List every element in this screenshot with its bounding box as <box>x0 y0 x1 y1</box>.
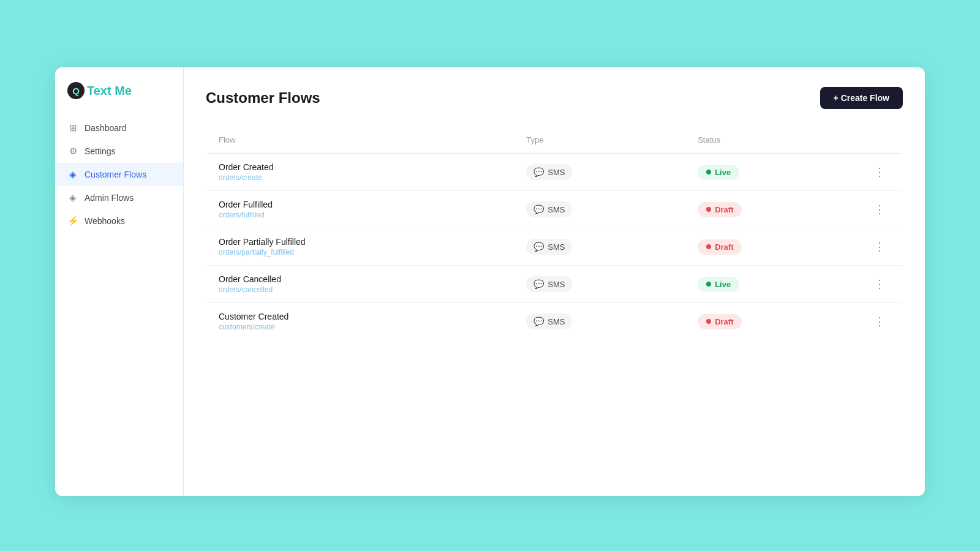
sidebar: Q Text Me ⊞ Dashboard ⚙ Settings ◈ Custo… <box>55 67 184 496</box>
type-cell: 💬 SMS <box>514 154 685 191</box>
table-row: Order Fulfilled orders/fulfilled 💬 SMS D… <box>206 191 903 228</box>
status-label: Draft <box>715 205 733 214</box>
type-badge: 💬 SMS <box>526 164 572 180</box>
type-label: SMS <box>548 168 565 177</box>
type-badge: 💬 SMS <box>526 201 572 217</box>
type-label: SMS <box>548 205 565 214</box>
type-badge: 💬 SMS <box>526 276 572 292</box>
status-badge: Draft <box>698 202 742 217</box>
status-dot <box>706 319 711 324</box>
table-row: Order Partially Fulfilled orders/partial… <box>206 228 903 266</box>
sidebar-item-webhooks[interactable]: ⚡ Webhooks <box>55 209 183 233</box>
sidebar-item-settings[interactable]: ⚙ Settings <box>55 140 183 163</box>
flows-table: Flow Type Status Order Created orders/cr… <box>206 126 903 340</box>
col-header-status: Status <box>685 127 857 154</box>
row-action-button[interactable]: ⋮ <box>869 312 890 331</box>
status-cell: Live <box>685 154 857 191</box>
sms-icon: 💬 <box>533 317 544 326</box>
logo-area: Q Text Me <box>55 82 183 116</box>
type-badge: 💬 SMS <box>526 313 572 329</box>
page-title: Customer Flows <box>206 89 320 107</box>
action-cell: ⋮ <box>857 228 903 266</box>
type-cell: 💬 SMS <box>514 266 685 303</box>
flow-path: customers/create <box>219 323 502 331</box>
table-row: Customer Created customers/create 💬 SMS … <box>206 303 903 340</box>
row-action-button[interactable]: ⋮ <box>869 238 890 256</box>
sidebar-item-label: Settings <box>85 146 116 156</box>
customer-flows-icon: ◈ <box>67 169 78 180</box>
dashboard-icon: ⊞ <box>67 122 78 133</box>
row-action-button[interactable]: ⋮ <box>869 200 890 219</box>
sidebar-item-customer-flows[interactable]: ◈ Customer Flows <box>55 163 183 186</box>
sms-icon: 💬 <box>533 204 544 214</box>
action-cell: ⋮ <box>857 303 903 340</box>
col-header-action <box>857 127 903 154</box>
action-cell: ⋮ <box>857 154 903 191</box>
type-cell: 💬 SMS <box>514 228 685 266</box>
type-label: SMS <box>548 317 565 326</box>
logo-text: Text Me <box>87 84 132 98</box>
type-label: SMS <box>548 280 565 289</box>
admin-flows-icon: ◈ <box>67 192 78 203</box>
table-row: Order Cancelled orders/cancelled 💬 SMS L… <box>206 266 903 303</box>
flow-path: orders/partially_fulfilled <box>219 248 502 257</box>
status-cell: Live <box>685 266 857 303</box>
status-label: Draft <box>715 242 733 252</box>
col-header-flow: Flow <box>206 127 514 154</box>
status-badge: Draft <box>698 314 742 329</box>
flow-path: orders/fulfilled <box>219 211 502 219</box>
status-cell: Draft <box>685 303 857 340</box>
sms-icon: 💬 <box>533 242 544 252</box>
type-cell: 💬 SMS <box>514 191 685 228</box>
create-flow-button[interactable]: + Create Flow <box>820 87 903 109</box>
type-badge: 💬 SMS <box>526 239 572 255</box>
action-cell: ⋮ <box>857 191 903 228</box>
flow-cell: Order Created orders/create <box>206 154 514 191</box>
status-dot <box>706 282 711 287</box>
status-badge: Live <box>698 165 739 180</box>
sidebar-item-admin-flows[interactable]: ◈ Admin Flows <box>55 186 183 209</box>
main-content: Customer Flows + Create Flow Flow Type S… <box>184 67 925 496</box>
status-dot <box>706 207 711 212</box>
flow-cell: Order Fulfilled orders/fulfilled <box>206 191 514 228</box>
status-cell: Draft <box>685 191 857 228</box>
status-label: Live <box>715 168 731 177</box>
sidebar-item-label: Customer Flows <box>85 170 146 179</box>
flow-path: orders/cancelled <box>219 285 502 294</box>
status-badge: Draft <box>698 239 742 255</box>
flow-path: orders/create <box>219 173 502 182</box>
main-header: Customer Flows + Create Flow <box>206 87 903 109</box>
flow-name: Order Partially Fulfilled <box>219 237 502 247</box>
sms-icon: 💬 <box>533 279 544 289</box>
sidebar-item-label: Dashboard <box>85 123 127 133</box>
table-row: Order Created orders/create 💬 SMS Live ⋮ <box>206 154 903 191</box>
flow-name: Order Fulfilled <box>219 200 502 209</box>
row-action-button[interactable]: ⋮ <box>869 163 890 181</box>
flow-cell: Order Cancelled orders/cancelled <box>206 266 514 303</box>
flow-name: Order Cancelled <box>219 274 502 284</box>
status-dot <box>706 170 711 174</box>
settings-icon: ⚙ <box>67 146 78 157</box>
status-cell: Draft <box>685 228 857 266</box>
flow-cell: Order Partially Fulfilled orders/partial… <box>206 228 514 266</box>
status-label: Draft <box>715 317 733 326</box>
flow-name: Order Created <box>219 162 502 172</box>
sidebar-item-dashboard[interactable]: ⊞ Dashboard <box>55 116 183 140</box>
logo-icon: Q <box>67 82 85 99</box>
app-window: Q Text Me ⊞ Dashboard ⚙ Settings ◈ Custo… <box>55 67 925 496</box>
action-cell: ⋮ <box>857 266 903 303</box>
sidebar-item-label: Admin Flows <box>85 193 134 203</box>
type-label: SMS <box>548 242 565 252</box>
sidebar-item-label: Webhooks <box>85 216 125 226</box>
webhooks-icon: ⚡ <box>67 216 78 227</box>
type-cell: 💬 SMS <box>514 303 685 340</box>
row-action-button[interactable]: ⋮ <box>869 275 890 293</box>
sms-icon: 💬 <box>533 167 544 177</box>
status-dot <box>706 244 711 249</box>
status-label: Live <box>715 280 731 289</box>
flow-cell: Customer Created customers/create <box>206 303 514 340</box>
status-badge: Live <box>698 277 739 292</box>
flow-name: Customer Created <box>219 312 502 321</box>
col-header-type: Type <box>514 127 685 154</box>
